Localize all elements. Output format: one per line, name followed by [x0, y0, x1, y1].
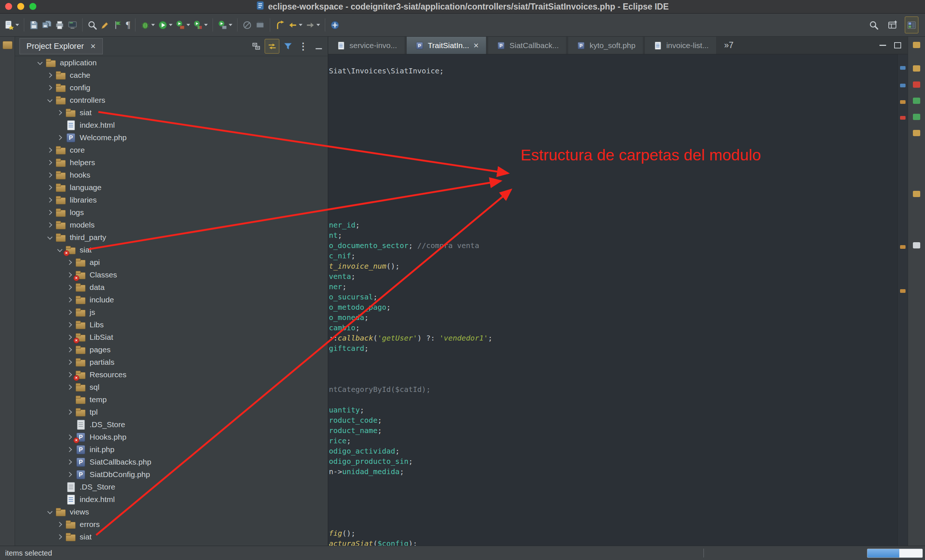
close-window-button[interactable] — [5, 3, 12, 10]
tree-item-siat[interactable]: siat — [15, 107, 328, 119]
chevron-expanded-icon[interactable] — [36, 58, 44, 67]
minimize-view-button[interactable] — [312, 39, 325, 53]
run-button[interactable] — [157, 17, 174, 33]
print-button[interactable] — [53, 17, 66, 33]
close-icon[interactable]: × — [473, 41, 479, 51]
chevron-expanded-icon[interactable] — [45, 96, 54, 105]
editor-tab-siatcallback-[interactable]: SiatCallback... — [488, 37, 566, 54]
chevron-collapsed-icon[interactable] — [65, 258, 74, 267]
chevron-expanded-icon[interactable] — [45, 507, 54, 516]
minimize-editor-icon[interactable] — [880, 45, 886, 46]
minimized-view-icon[interactable] — [913, 65, 920, 72]
new-wizard-button[interactable] — [3, 17, 21, 33]
tree-item-resources[interactable]: ×Resources — [15, 369, 328, 381]
open-perspective-button[interactable] — [886, 17, 899, 33]
tree-item-controllers[interactable]: controllers — [15, 94, 328, 107]
chevron-collapsed-icon[interactable] — [65, 445, 74, 454]
tree-item-classes[interactable]: ×Classes — [15, 269, 328, 281]
external-tools-button[interactable] — [216, 17, 234, 33]
tree-item-tpl[interactable]: tpl — [15, 406, 328, 418]
chevron-collapsed-icon[interactable] — [45, 71, 54, 80]
chevron-collapsed-icon[interactable] — [65, 308, 74, 317]
chevron-collapsed-icon[interactable] — [65, 408, 74, 417]
zoom-window-button[interactable] — [29, 3, 36, 10]
chevron-collapsed-icon[interactable] — [45, 183, 54, 192]
tree-item-include[interactable]: include — [15, 294, 328, 306]
chevron-collapsed-icon[interactable] — [65, 458, 74, 467]
chevron-collapsed-icon[interactable] — [45, 158, 54, 167]
tree-item-libs[interactable]: Libs — [15, 319, 328, 331]
tree-item-errors[interactable]: errors — [15, 518, 328, 531]
chevron-collapsed-icon[interactable] — [45, 221, 54, 229]
tree-item-views[interactable]: views — [15, 506, 328, 518]
editor-tab-traitsiatin-[interactable]: TraitSiatIn...× — [407, 37, 486, 54]
minimized-view-icon[interactable] — [913, 114, 920, 120]
minimize-window-button[interactable] — [17, 3, 24, 10]
skip-breakpoints-button[interactable] — [241, 17, 254, 33]
back-button[interactable] — [286, 17, 304, 33]
search-toolbar-button[interactable] — [867, 17, 880, 33]
tree-item-hooks[interactable]: hooks — [15, 169, 328, 181]
console-button[interactable] — [66, 17, 79, 33]
php-perspective-button[interactable] — [905, 17, 918, 33]
save-button[interactable] — [27, 17, 41, 33]
minimized-view-icon[interactable] — [913, 130, 920, 136]
chevron-collapsed-icon[interactable] — [56, 520, 64, 529]
tree-item-hooks-php[interactable]: ×Hooks.php — [15, 431, 328, 443]
tree-item-index-html[interactable]: index.html — [15, 493, 328, 506]
tab-project-explorer[interactable]: Project Explorer × — [20, 38, 103, 54]
show-whitespace-button[interactable]: ¶ — [124, 17, 132, 33]
tree-item-pages[interactable]: pages — [15, 343, 328, 356]
tree-item-data[interactable]: data — [15, 281, 328, 294]
tree-item--ds-store[interactable]: .DS_Store — [15, 481, 328, 493]
run-config-button[interactable] — [174, 17, 191, 33]
tree-item-cache[interactable]: cache — [15, 69, 328, 81]
memory-button[interactable] — [254, 17, 267, 33]
tree-item-siatcallbacks-php[interactable]: SiatCallbacks.php — [15, 456, 328, 468]
minimized-view-icon[interactable] — [913, 81, 920, 88]
tree-item-libsiat[interactable]: ×LibSiat — [15, 331, 328, 343]
chevron-collapsed-icon[interactable] — [45, 196, 54, 205]
chevron-collapsed-icon[interactable] — [65, 283, 74, 292]
overview-ruler[interactable] — [898, 54, 908, 546]
ruler-annotation-mark[interactable] — [900, 245, 905, 249]
chevron-expanded-icon[interactable] — [56, 245, 64, 254]
collapse-all-button[interactable] — [249, 39, 263, 53]
chevron-collapsed-icon[interactable] — [45, 171, 54, 179]
search-button[interactable] — [86, 17, 99, 33]
pin-editor-button[interactable] — [328, 17, 341, 33]
tree-item-js[interactable]: js — [15, 306, 328, 319]
tree-item-temp[interactable]: temp — [15, 393, 328, 406]
tree-item-api[interactable]: api — [15, 256, 328, 269]
tree-item-helpers[interactable]: helpers — [15, 157, 328, 169]
chevron-collapsed-icon[interactable] — [65, 370, 74, 379]
chevron-collapsed-icon[interactable] — [45, 208, 54, 217]
filter-button[interactable] — [281, 39, 295, 53]
minimized-view-icon[interactable] — [913, 242, 920, 248]
ruler-annotation-mark[interactable] — [900, 84, 905, 87]
minimized-view-icon[interactable] — [913, 42, 920, 48]
chevron-collapsed-icon[interactable] — [65, 345, 74, 354]
tree-item-siat[interactable]: siat — [15, 531, 328, 543]
save-all-button[interactable] — [41, 17, 53, 33]
tree-item-config[interactable]: config — [15, 81, 328, 94]
tree-item-application[interactable]: application — [15, 57, 328, 69]
coverage-button[interactable] — [191, 17, 209, 33]
chevron-collapsed-icon[interactable] — [65, 271, 74, 279]
view-menu-button[interactable]: ⋮ — [296, 39, 310, 53]
ruler-annotation-mark[interactable] — [900, 116, 905, 120]
chevron-collapsed-icon[interactable] — [65, 295, 74, 304]
tree-item-third-party[interactable]: third_party — [15, 231, 328, 244]
forward-button[interactable] — [304, 17, 322, 33]
editor-tab-invoice-list-[interactable]: invoice-list... — [645, 37, 716, 54]
chevron-collapsed-icon[interactable] — [65, 383, 74, 391]
link-with-editor-button[interactable] — [265, 39, 279, 54]
restore-view-icon[interactable] — [3, 41, 12, 49]
chevron-collapsed-icon[interactable] — [65, 470, 74, 479]
close-icon[interactable]: × — [91, 41, 96, 51]
tree-item-init-php[interactable]: init.php — [15, 443, 328, 456]
annotate-button[interactable] — [99, 17, 111, 33]
tree-item-index-html[interactable]: index.html — [15, 119, 328, 131]
editor-tab-service-invo-[interactable]: service-invo... — [328, 37, 405, 54]
tree-item-models[interactable]: models — [15, 219, 328, 231]
